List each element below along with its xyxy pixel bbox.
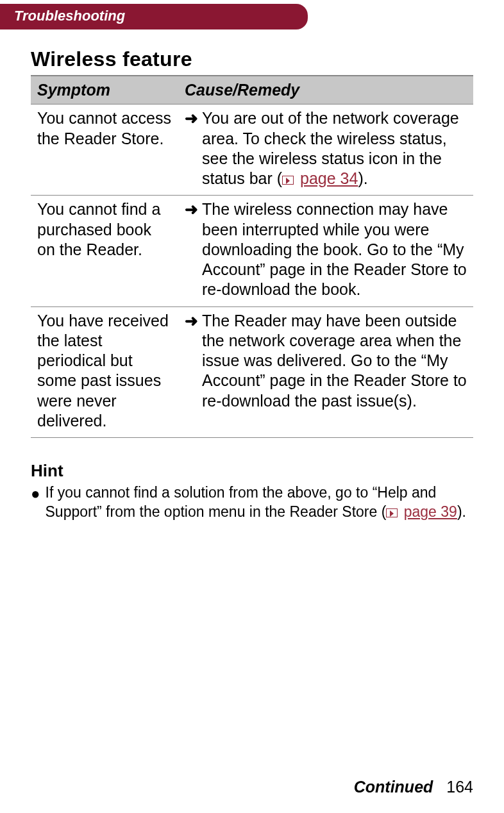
hint-post: ).	[457, 503, 466, 520]
header-tab: Troubleshooting	[0, 4, 308, 29]
remedy-cell: ➜ You are out of the network coverage ar…	[178, 105, 473, 196]
content-area: Wireless feature Symptom Cause/Remedy Yo…	[0, 29, 504, 522]
hint-list: ● If you cannot find a solution from the…	[31, 483, 473, 522]
remedy-item: ➜ The wireless connection may have been …	[185, 199, 467, 299]
header-tab-label: Troubleshooting	[14, 8, 125, 24]
hint-pre: If you cannot find a solution from the a…	[46, 484, 437, 520]
page-footer: Continued 164	[354, 778, 473, 796]
table-row: You cannot access the Reader Store. ➜ Yo…	[31, 105, 473, 196]
remedy-cell: ➜ The wireless connection may have been …	[178, 196, 473, 306]
hint-item: ● If you cannot find a solution from the…	[31, 483, 473, 522]
remedy-text: You are out of the network coverage area…	[202, 108, 467, 189]
symptom-cell: You cannot access the Reader Store.	[31, 105, 178, 196]
col-remedy: Cause/Remedy	[178, 76, 473, 105]
bullet-icon: ●	[31, 483, 40, 522]
section-title: Wireless feature	[31, 47, 473, 71]
symptom-cell: You have received the latest periodical …	[31, 306, 178, 438]
remedy-cell: ➜ The Reader may have been outside the n…	[178, 306, 473, 438]
arrow-icon: ➜	[185, 199, 198, 299]
col-symptom: Symptom	[31, 76, 178, 105]
remedy-item: ➜ You are out of the network coverage ar…	[185, 108, 467, 189]
page-link-icon	[282, 176, 294, 185]
table-header-row: Symptom Cause/Remedy	[31, 76, 473, 105]
arrow-icon: ➜	[185, 108, 198, 189]
page-link[interactable]: page 39	[404, 503, 457, 520]
remedy-text: The Reader may have been outside the net…	[202, 311, 467, 411]
symptom-cell: You cannot find a purchased book on the …	[31, 196, 178, 306]
remedy-post: ).	[358, 169, 367, 187]
page-link[interactable]: page 34	[300, 169, 358, 187]
troubleshooting-table: Symptom Cause/Remedy You cannot access t…	[31, 75, 473, 438]
table-row: You cannot find a purchased book on the …	[31, 196, 473, 306]
hint-text: If you cannot find a solution from the a…	[46, 483, 474, 522]
table-row: You have received the latest periodical …	[31, 306, 473, 438]
page-link-icon	[386, 508, 398, 517]
remedy-item: ➜ The Reader may have been outside the n…	[185, 311, 467, 411]
continued-label: Continued	[354, 778, 433, 796]
hint-title: Hint	[31, 461, 473, 481]
remedy-text: The wireless connection may have been in…	[202, 199, 467, 299]
page-number: 164	[446, 778, 473, 796]
page: Troubleshooting Wireless feature Symptom…	[0, 0, 504, 813]
arrow-icon: ➜	[185, 311, 198, 411]
